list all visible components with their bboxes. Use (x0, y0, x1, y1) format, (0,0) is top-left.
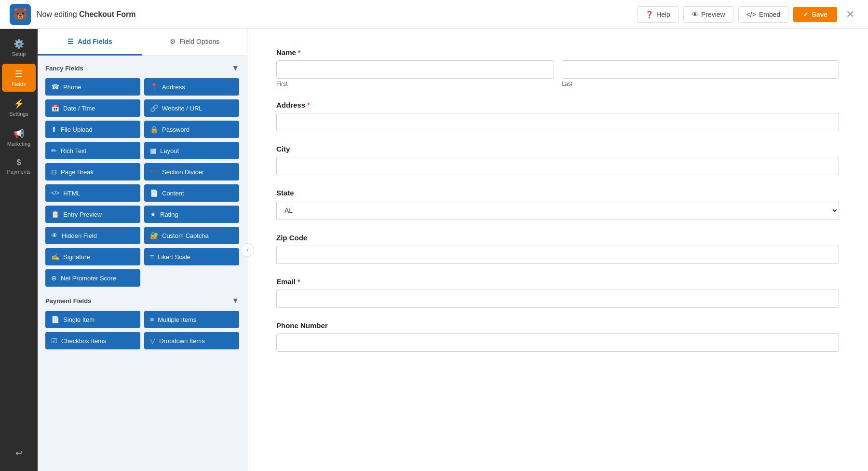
name-last-sub-label: Last (562, 81, 840, 87)
field-btn-content[interactable]: 📄 Content (144, 184, 239, 202)
field-btn-likert-scale[interactable]: ≡ Likert Scale (144, 248, 239, 265)
field-btn-layout-label: Layout (160, 147, 179, 154)
field-btn-checkbox-items-label: Checkbox Items (61, 337, 106, 345)
field-btn-section-divider[interactable]: ➖ Section Divider (144, 163, 239, 180)
field-btn-rating[interactable]: ★ Rating (144, 206, 239, 223)
close-button[interactable]: ✕ (842, 6, 858, 23)
field-btn-hidden-field[interactable]: 👁 Hidden Field (45, 227, 140, 244)
fields-icon: ☰ (15, 69, 23, 79)
payment-fields-section-header[interactable]: Payment Fields ▼ (45, 296, 239, 305)
name-label: Name * (276, 48, 839, 56)
rich-text-icon: ✏ (51, 147, 57, 154)
email-input[interactable] (276, 290, 839, 308)
address-label-text: Address (276, 101, 305, 109)
sidebar-item-settings[interactable]: ⚡ Settings (2, 94, 36, 122)
field-btn-checkbox-items[interactable]: ☑ Checkbox Items (45, 332, 140, 349)
field-btn-website-label: Website / URL (162, 105, 203, 112)
entry-preview-icon: 📋 (51, 210, 59, 218)
sidebar-item-undo[interactable]: ↩ (2, 443, 36, 463)
address-label: Address * (276, 101, 839, 109)
checkmark-icon: ✓ (803, 11, 809, 18)
field-btn-phone[interactable]: ☎ Phone (45, 78, 140, 96)
address-pin-icon: 📍 (150, 83, 158, 91)
field-panel-content: Fancy Fields ▼ ☎ Phone 📍 Address 📅 Date … (38, 56, 247, 471)
payment-fields-label: Payment Fields (45, 297, 91, 305)
field-btn-signature[interactable]: ✍ Signature (45, 248, 140, 265)
field-btn-website[interactable]: 🔗 Website / URL (144, 99, 239, 117)
save-button[interactable]: ✓ Save (793, 7, 837, 22)
field-btn-rating-label: Rating (160, 211, 178, 218)
city-label: City (276, 145, 839, 153)
tab-add-fields-label: Add Fields (78, 38, 112, 45)
tab-field-options[interactable]: ⚙ Field Options (142, 29, 247, 55)
rating-icon: ★ (150, 210, 156, 218)
field-btn-nps-label: Net Promoter Score (61, 275, 116, 282)
calendar-icon: 📅 (51, 104, 59, 112)
field-btn-datetime[interactable]: 📅 Date / Time (45, 99, 140, 117)
field-btn-entry-preview[interactable]: 📋 Entry Preview (45, 206, 140, 223)
city-input[interactable] (276, 157, 839, 175)
fancy-fields-grid: ☎ Phone 📍 Address 📅 Date / Time 🔗 Websit… (45, 78, 239, 287)
sidebar-item-payments[interactable]: $ Payments (2, 153, 36, 180)
field-btn-html-label: HTML (63, 190, 80, 197)
field-btn-custom-captcha[interactable]: 🔐 Custom Captcha (144, 227, 239, 244)
state-select[interactable]: AL AK AZ AR CA CO CT DE FL GA (276, 201, 839, 220)
single-item-icon: 📄 (51, 316, 59, 323)
name-required-star: * (298, 49, 300, 56)
help-button[interactable]: ❓ Help (637, 6, 678, 23)
settings-icon: ⚡ (14, 98, 24, 109)
sidebar-item-fields[interactable]: ☰ Fields (2, 64, 36, 92)
nps-icon: ⊕ (51, 274, 57, 282)
address-required-star: * (307, 101, 310, 109)
preview-button[interactable]: 👁 Preview (683, 6, 733, 23)
field-btn-dropdown-items[interactable]: ▽ Dropdown Items (144, 332, 239, 349)
address-input[interactable] (276, 113, 839, 131)
upload-icon: ⬆ (51, 125, 57, 133)
sidebar-item-setup[interactable]: ⚙️ Setup (2, 34, 36, 62)
payment-fields-grid: 📄 Single Item ≡ Multiple Items ☑ Checkbo… (45, 311, 239, 349)
field-btn-address[interactable]: 📍 Address (144, 78, 239, 96)
preview-label: Preview (701, 11, 725, 18)
field-btn-file-upload-label: File Upload (61, 126, 93, 133)
state-label-text: State (276, 189, 294, 197)
field-btn-rich-text[interactable]: ✏ Rich Text (45, 142, 140, 159)
field-btn-multiple-items[interactable]: ≡ Multiple Items (144, 311, 239, 328)
field-btn-layout[interactable]: ▦ Layout (144, 142, 239, 159)
fancy-fields-section-header[interactable]: Fancy Fields ▼ (45, 64, 239, 72)
phone-number-input[interactable] (276, 333, 839, 352)
field-btn-rich-text-label: Rich Text (61, 147, 86, 154)
field-btn-file-upload[interactable]: ⬆ File Upload (45, 121, 140, 138)
name-first-input[interactable] (276, 60, 554, 79)
save-label: Save (812, 11, 827, 18)
field-btn-entry-preview-label: Entry Preview (63, 211, 102, 218)
header-title: Now editing Checkout Form (37, 10, 136, 19)
content-icon: 📄 (150, 189, 158, 197)
dropdown-items-icon: ▽ (150, 337, 155, 345)
name-last-input[interactable] (562, 60, 840, 79)
sidebar-item-label: Fields (12, 81, 26, 87)
tab-add-fields[interactable]: ☰ Add Fields (38, 29, 142, 55)
signature-icon: ✍ (51, 253, 59, 261)
field-btn-single-item[interactable]: 📄 Single Item (45, 311, 140, 328)
name-first-wrapper: First (276, 60, 554, 87)
field-btn-password[interactable]: 🔒 Password (144, 121, 239, 138)
field-btn-html[interactable]: </> HTML (45, 184, 140, 202)
sidebar-item-label: Payments (7, 169, 31, 175)
field-btn-password-label: Password (162, 126, 190, 133)
field-btn-phone-label: Phone (63, 83, 81, 91)
sidebar-item-marketing[interactable]: 📢 Marketing (2, 124, 36, 152)
field-panel: ☰ Add Fields ⚙ Field Options Fancy Field… (38, 29, 247, 471)
form-field-state: State AL AK AZ AR CA CO CT DE FL GA (276, 189, 839, 220)
likert-icon: ≡ (150, 253, 154, 261)
sidebar-item-label: Marketing (7, 141, 30, 147)
panel-toggle-button[interactable]: ‹ (241, 243, 254, 257)
zip-code-input[interactable] (276, 246, 839, 264)
phone-number-label: Phone Number (276, 321, 839, 330)
field-btn-dropdown-items-label: Dropdown Items (159, 337, 205, 345)
phone-icon: ☎ (51, 83, 59, 91)
field-btn-net-promoter-score[interactable]: ⊕ Net Promoter Score (45, 269, 140, 287)
field-btn-section-divider-label: Section Divider (162, 168, 204, 176)
name-last-wrapper: Last (562, 60, 840, 87)
field-btn-page-break[interactable]: ⊟ Page Break (45, 163, 140, 180)
embed-button[interactable]: </> Embed (738, 6, 789, 23)
